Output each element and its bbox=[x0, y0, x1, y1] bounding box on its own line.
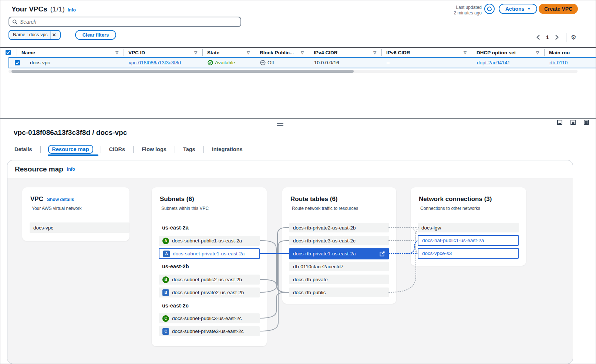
map-item-subnet[interactable]: C docs-subnet-public3-us-east-2c bbox=[159, 313, 260, 323]
last-updated: Last updated 2 minutes ago bbox=[454, 5, 482, 16]
chevron-right-icon bbox=[555, 35, 559, 40]
private-subnet-badge: A bbox=[163, 251, 170, 257]
filter-icon[interactable]: ▽ bbox=[536, 51, 539, 55]
map-item-subnet-selected[interactable]: A docs-subnet-private1-us-east-2a bbox=[159, 248, 260, 259]
cell-ipv4-cidr: 10.0.0.0/16 bbox=[310, 58, 382, 68]
actions-button[interactable]: Actions ▼ bbox=[499, 4, 537, 14]
map-item-route-table[interactable]: docs-rtb-private2-us-east-2b bbox=[289, 223, 389, 232]
resource-map-header: Resource map Info bbox=[7, 160, 573, 178]
map-item-nat-gateway[interactable]: docs-nat-public1-us-east-2a bbox=[418, 235, 519, 246]
filter-token[interactable]: Name : docs-vpc ✕ bbox=[9, 30, 61, 40]
column-header-name[interactable]: Name▽ bbox=[17, 49, 124, 56]
show-details-link[interactable]: Show details bbox=[47, 197, 74, 202]
panel-full-icon[interactable] bbox=[584, 120, 589, 125]
divider bbox=[175, 146, 175, 153]
map-item-internet-gateway[interactable]: docs-igw bbox=[418, 223, 519, 232]
table-header: Name▽ VPC ID▽ State▽ Block Public...▽ IP… bbox=[0, 47, 596, 57]
map-item-vpc-endpoint[interactable]: docs-vpce-s3 bbox=[418, 248, 519, 259]
table-settings-gear-icon[interactable]: ⚙ bbox=[571, 34, 576, 41]
prev-page-button[interactable] bbox=[533, 33, 542, 42]
subnets-column-title: Subnets (6) bbox=[160, 195, 194, 203]
column-header-main-route-table[interactable]: Main rou bbox=[544, 49, 596, 56]
page-title-text: Your VPCs bbox=[11, 5, 47, 13]
refresh-button[interactable] bbox=[484, 4, 495, 14]
column-header-ipv6-cidr[interactable]: IPv6 CIDR▽ bbox=[381, 49, 472, 56]
subnets-column-subtitle: Subnets within this VPC bbox=[161, 206, 209, 211]
panel-half-icon[interactable] bbox=[570, 120, 576, 125]
az-group-label: us-east-2c bbox=[162, 303, 189, 309]
resource-map-info-link[interactable]: Info bbox=[67, 167, 75, 172]
status-off-icon bbox=[260, 60, 266, 65]
detail-pane: vpc-018f086a13f3c3f8d / docs-vpc Details… bbox=[0, 118, 596, 364]
map-item-route-table[interactable]: docs-rtb-private3-us-east-2c bbox=[289, 236, 389, 245]
panel-small-icon[interactable] bbox=[557, 120, 562, 125]
cell-ipv6-cidr: – bbox=[382, 58, 472, 68]
divider bbox=[203, 146, 204, 153]
table-row[interactable]: docs-vpc vpc-018f086a13f3c3f8d Available bbox=[9, 57, 596, 68]
map-item-route-table[interactable]: rtb-0110cface2acecfd7 bbox=[289, 262, 389, 271]
column-header-block-public[interactable]: Block Public...▽ bbox=[255, 49, 309, 56]
public-subnet-badge: B bbox=[162, 276, 169, 283]
column-header-ipv4-cidr[interactable]: IPv4 CIDR▽ bbox=[309, 49, 381, 56]
caret-down-icon: ▼ bbox=[527, 7, 531, 11]
map-item-subnet[interactable]: B docs-subnet-private2-us-east-2b bbox=[159, 288, 260, 297]
filter-icon[interactable]: ▽ bbox=[115, 51, 118, 55]
column-header-dhcp[interactable]: DHCP option set▽ bbox=[472, 49, 544, 56]
vpc-list-pane: Your VPCs (1/1) Info Last updated 2 minu… bbox=[0, 0, 596, 118]
map-item-route-table[interactable]: docs-rtb-public bbox=[289, 288, 389, 297]
column-header-vpc-id[interactable]: VPC ID▽ bbox=[124, 49, 202, 56]
scrollbar-thumb[interactable] bbox=[11, 70, 354, 73]
private-subnet-badge: C bbox=[162, 328, 169, 335]
row-checkbox[interactable] bbox=[15, 60, 20, 65]
search-input[interactable] bbox=[20, 19, 238, 25]
open-external-icon[interactable] bbox=[380, 251, 385, 256]
divider bbox=[133, 146, 134, 153]
clear-filters-button[interactable]: Clear filters bbox=[75, 30, 117, 40]
info-link[interactable]: Info bbox=[68, 7, 76, 13]
pane-layout-controls bbox=[557, 120, 589, 125]
tab-cidrs[interactable]: CIDRs bbox=[108, 145, 126, 154]
tab-details[interactable]: Details bbox=[14, 145, 33, 154]
public-subnet-badge: A bbox=[162, 238, 169, 244]
remove-filter-icon[interactable]: ✕ bbox=[50, 31, 58, 39]
map-item-subnet[interactable]: C docs-subnet-private3-us-east-2c bbox=[159, 326, 260, 336]
page-title: Your VPCs (1/1) Info bbox=[11, 5, 76, 13]
column-header-state[interactable]: State▽ bbox=[202, 49, 255, 56]
block-public-text: Off bbox=[267, 60, 274, 65]
cell-dhcp: dopt-2ac94141 bbox=[472, 58, 545, 68]
current-page[interactable]: 1 bbox=[545, 34, 550, 40]
tab-resource-map[interactable]: Resource map bbox=[48, 145, 93, 154]
cell-block-public: Off bbox=[256, 58, 310, 68]
dhcp-option-set-link[interactable]: dopt-2ac94141 bbox=[477, 60, 510, 65]
tab-tags[interactable]: Tags bbox=[182, 145, 196, 154]
filter-icon[interactable]: ▽ bbox=[464, 51, 467, 55]
network-connections-column-subtitle: Connections to other networks bbox=[420, 206, 480, 211]
detail-tabs: Details Resource map CIDRs Flow logs Tag… bbox=[14, 143, 243, 156]
az-group-label: us-east-2b bbox=[162, 263, 189, 269]
filter-icon[interactable]: ▽ bbox=[194, 51, 197, 55]
map-item-vpc[interactable]: docs-vpc bbox=[30, 222, 129, 233]
status-text: Available bbox=[215, 60, 235, 65]
vpc-detail-title: vpc-018f086a13f3c3f8d / docs-vpc bbox=[14, 129, 127, 137]
filter-icon[interactable]: ▽ bbox=[373, 51, 376, 55]
map-item-route-table[interactable]: docs-rtb-private bbox=[289, 275, 389, 284]
main-route-table-link[interactable]: rtb-0110 bbox=[549, 60, 568, 65]
tab-flow-logs[interactable]: Flow logs bbox=[141, 145, 167, 154]
select-all-checkbox[interactable] bbox=[6, 50, 11, 55]
filter-icon[interactable]: ▽ bbox=[301, 51, 304, 55]
map-item-subnet[interactable]: A docs-subnet-public1-us-east-2a bbox=[159, 236, 260, 246]
filter-icon[interactable]: ▽ bbox=[247, 51, 250, 55]
map-item-route-table-selected[interactable]: docs-rtb-private1-us-east-2a bbox=[289, 248, 389, 259]
cell-vpc-id: vpc-018f086a13f3c3f8d bbox=[124, 58, 203, 68]
pane-resize-handle[interactable] bbox=[277, 123, 283, 127]
chevron-left-icon bbox=[536, 35, 540, 40]
vpc-console-viewport: Your VPCs (1/1) Info Last updated 2 minu… bbox=[0, 0, 596, 364]
next-page-button[interactable] bbox=[553, 33, 562, 42]
tab-integrations[interactable]: Integrations bbox=[211, 145, 243, 154]
create-vpc-button[interactable]: Create VPC bbox=[539, 4, 578, 14]
status-available-icon bbox=[208, 60, 213, 65]
az-group-label: us-east-2a bbox=[162, 225, 189, 231]
route-tables-column-subtitle: Route network traffic to resources bbox=[292, 206, 358, 211]
vpc-id-link[interactable]: vpc-018f086a13f3c3f8d bbox=[129, 60, 181, 65]
map-item-subnet[interactable]: B docs-subnet-public2-us-east-2b bbox=[159, 275, 260, 285]
